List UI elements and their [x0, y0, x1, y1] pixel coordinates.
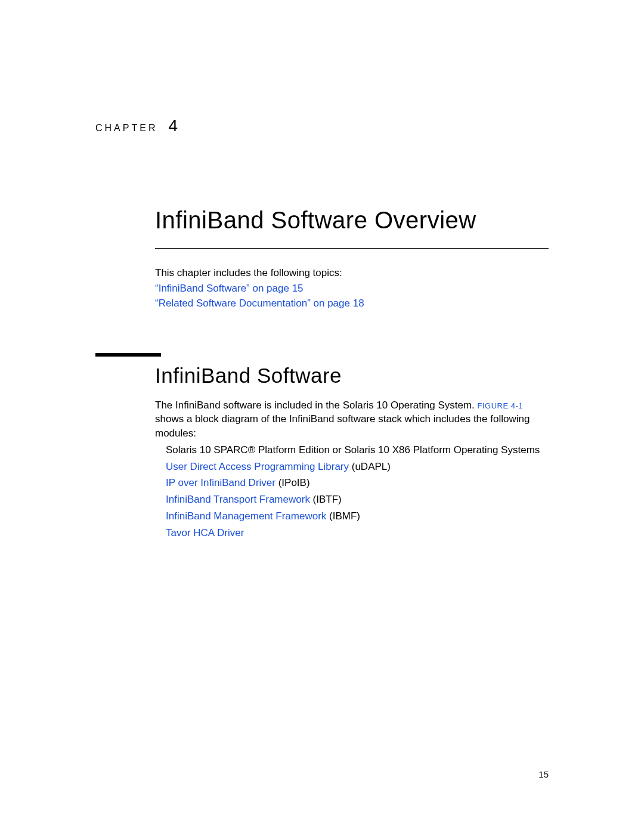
module-ipoib: IP over InfiniBand Driver (IPoIB) [166, 476, 549, 490]
tail-udapl: (uDAPL) [349, 461, 391, 472]
module-os: Solaris 10 SPARC® Platform Edition or So… [166, 443, 549, 457]
tail-ipoib: (IPoIB) [275, 477, 310, 488]
section-rule [95, 353, 161, 357]
module-udapl: User Direct Access Programming Library (… [166, 460, 549, 474]
page: CHAPTER 4 InfiniBand Software Overview T… [0, 0, 644, 833]
link-udapl[interactable]: User Direct Access Programming Library [166, 461, 349, 472]
paragraph-intro: The InfiniBand software is included in t… [155, 398, 549, 441]
toc-link-related-documentation[interactable]: “Related Software Documentation” on page… [155, 296, 549, 311]
page-title: InfiniBand Software Overview [155, 207, 549, 249]
tail-ibmf: (IBMF) [326, 510, 360, 522]
link-ibtf[interactable]: InfiniBand Transport Framework [166, 494, 310, 505]
module-ibtf: InfiniBand Transport Framework (IBTF) [166, 493, 549, 507]
chapter-line: CHAPTER 4 [95, 116, 549, 135]
p1-tail: shows a block diagram of the InfiniBand … [155, 413, 530, 439]
module-ibmf: InfiniBand Management Framework (IBMF) [166, 509, 549, 524]
chapter-number: 4 [168, 116, 178, 135]
toc-link-infiniband-software[interactable]: “InfiniBand Software” on page 15 [155, 281, 549, 296]
intro-lead: This chapter includes the following topi… [155, 265, 549, 281]
intro-block: This chapter includes the following topi… [155, 265, 549, 311]
section-heading: InfiniBand Software [155, 364, 549, 388]
page-number: 15 [538, 769, 549, 779]
section-body: The InfiniBand software is included in t… [155, 398, 549, 540]
link-ibmf[interactable]: InfiniBand Management Framework [166, 510, 326, 522]
section-infiniband-software: InfiniBand Software The InfiniBand softw… [95, 353, 549, 540]
module-tavor: Tavor HCA Driver [166, 526, 549, 540]
chapter-label: CHAPTER [95, 123, 157, 134]
link-ipoib[interactable]: IP over InfiniBand Driver [166, 477, 275, 488]
tail-ibtf: (IBTF) [310, 494, 342, 505]
p1-lead: The InfiniBand software is included in t… [155, 400, 478, 411]
link-tavor[interactable]: Tavor HCA Driver [166, 527, 244, 538]
figure-ref-4-1[interactable]: FIGURE 4-1 [478, 401, 524, 410]
module-list: Solaris 10 SPARC® Platform Edition or So… [166, 443, 549, 540]
